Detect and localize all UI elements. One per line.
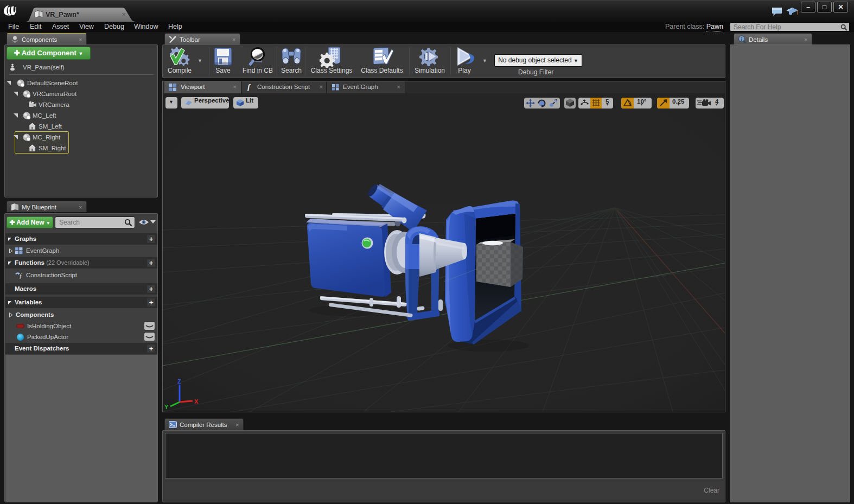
svg-text:X: X [194, 398, 199, 405]
svg-text:f: f [20, 272, 22, 279]
svg-text:Y: Y [164, 404, 169, 410]
svg-text:Z: Z [177, 378, 181, 385]
